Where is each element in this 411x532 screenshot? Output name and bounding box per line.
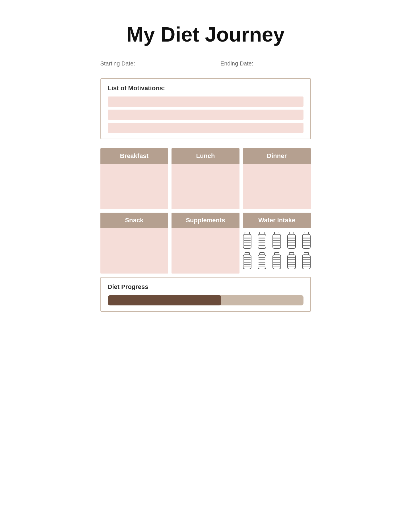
- water-intake-body: [243, 228, 311, 274]
- svg-rect-48: [260, 252, 264, 255]
- progress-box: Diet Progress: [100, 277, 311, 312]
- lunch-cell: Lunch: [172, 148, 239, 209]
- progress-title: Diet Progress: [108, 283, 303, 291]
- dates-row: Starting Date: Ending Date:: [100, 60, 311, 67]
- svg-rect-0: [245, 232, 249, 234]
- svg-rect-57: [273, 255, 281, 269]
- bottle-1-1: [243, 231, 253, 250]
- breakfast-header: Breakfast: [100, 148, 168, 164]
- progress-bar-fill: [108, 295, 221, 305]
- svg-rect-9: [258, 234, 266, 248]
- svg-rect-40: [245, 252, 249, 255]
- svg-rect-56: [274, 252, 279, 255]
- bottle-1-3: [270, 231, 283, 250]
- svg-rect-33: [302, 234, 310, 248]
- breakfast-body: [100, 164, 168, 209]
- motivations-title: List of Motivations:: [108, 85, 303, 92]
- bottle-2-1: [243, 252, 253, 270]
- motivation-line-2: [108, 110, 303, 120]
- svg-rect-73: [302, 255, 310, 269]
- page-title: My Diet Journey: [100, 23, 311, 46]
- svg-rect-24: [289, 232, 294, 234]
- bottle-2-2: [256, 252, 268, 270]
- svg-rect-72: [304, 252, 309, 255]
- supplements-header: Supplements: [172, 213, 239, 228]
- svg-rect-8: [260, 232, 264, 234]
- supplements-cell: Supplements: [172, 213, 239, 274]
- meal-grid-top: Breakfast Lunch Dinner: [100, 148, 311, 209]
- svg-rect-25: [288, 234, 296, 248]
- svg-rect-65: [288, 255, 296, 269]
- lunch-header: Lunch: [172, 148, 239, 164]
- bottle-1-4: [285, 231, 298, 250]
- svg-rect-41: [243, 255, 251, 269]
- meal-grid-bottom: Snack Supplements Water Intake: [100, 213, 311, 274]
- supplements-body: [172, 228, 239, 274]
- motivations-box: List of Motivations:: [100, 78, 311, 139]
- dinner-cell: Dinner: [243, 148, 311, 209]
- water-row-1: [243, 231, 311, 250]
- svg-rect-16: [274, 232, 279, 234]
- ending-date-label: Ending Date:: [220, 60, 253, 67]
- progress-bar-background: [108, 295, 303, 305]
- dinner-body: [243, 164, 311, 209]
- bottle-1-5: [300, 231, 311, 250]
- bottle-2-5: [300, 252, 311, 270]
- starting-date-label: Starting Date:: [100, 60, 135, 67]
- svg-rect-17: [273, 234, 281, 248]
- svg-rect-32: [304, 232, 309, 234]
- water-intake-header: Water Intake: [243, 213, 311, 228]
- bottle-2-3: [270, 252, 283, 270]
- bottle-2-4: [285, 252, 298, 270]
- bottle-1-2: [256, 231, 268, 250]
- motivation-line-1: [108, 96, 303, 107]
- lunch-body: [172, 164, 239, 209]
- dinner-header: Dinner: [243, 148, 311, 164]
- breakfast-cell: Breakfast: [100, 148, 168, 209]
- water-row-2: [243, 252, 311, 270]
- page-container: My Diet Journey Starting Date: Ending Da…: [78, 6, 334, 329]
- svg-rect-1: [243, 234, 251, 248]
- snack-cell: Snack: [100, 213, 168, 274]
- svg-rect-49: [258, 255, 266, 269]
- water-intake-cell: Water Intake: [243, 213, 311, 274]
- svg-rect-64: [289, 252, 294, 255]
- snack-header: Snack: [100, 213, 168, 228]
- motivation-line-3: [108, 123, 303, 133]
- snack-body: [100, 228, 168, 274]
